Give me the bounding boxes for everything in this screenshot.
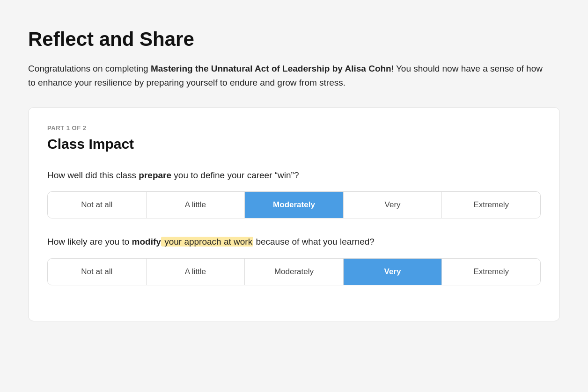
intro-text-bold: Mastering the Unnatural Act of Leadershi… bbox=[151, 64, 391, 73]
q2-option-a-little[interactable]: A little bbox=[147, 259, 245, 285]
q2-option-moderately[interactable]: Moderately bbox=[245, 259, 344, 285]
question-2-options: Not at all A little Moderately Very Extr… bbox=[47, 258, 541, 285]
q2-option-very[interactable]: Very bbox=[344, 259, 442, 285]
q1-option-not-at-all[interactable]: Not at all bbox=[48, 192, 147, 218]
q2-option-extremely[interactable]: Extremely bbox=[442, 259, 540, 285]
question-1-options: Not at all A little Moderately Very Extr… bbox=[47, 191, 541, 218]
question-2-highlight: your approach at work bbox=[161, 237, 253, 247]
question-block-1: How well did this class prepare you to d… bbox=[47, 169, 541, 219]
question-2-bold: modify bbox=[132, 237, 161, 247]
intro-text-before: Congratulations on completing bbox=[28, 64, 151, 73]
question-text-2: How likely are you to modify your approa… bbox=[47, 235, 541, 249]
section-title: Class Impact bbox=[47, 136, 541, 152]
reflection-card: PART 1 OF 2 Class Impact How well did th… bbox=[28, 107, 560, 321]
page-title: Reflect and Share bbox=[28, 28, 560, 51]
q2-option-not-at-all[interactable]: Not at all bbox=[48, 259, 147, 285]
question-text-1: How well did this class prepare you to d… bbox=[47, 169, 541, 182]
question-block-2: How likely are you to modify your approa… bbox=[47, 235, 541, 285]
question-1-bold: prepare bbox=[139, 170, 171, 180]
q1-option-extremely[interactable]: Extremely bbox=[442, 192, 540, 218]
part-label: PART 1 OF 2 bbox=[47, 124, 541, 131]
q1-option-a-little[interactable]: A little bbox=[147, 192, 245, 218]
q1-option-very[interactable]: Very bbox=[344, 192, 442, 218]
intro-paragraph: Congratulations on completing Mastering … bbox=[28, 62, 543, 90]
q1-option-moderately[interactable]: Moderately bbox=[245, 192, 344, 218]
